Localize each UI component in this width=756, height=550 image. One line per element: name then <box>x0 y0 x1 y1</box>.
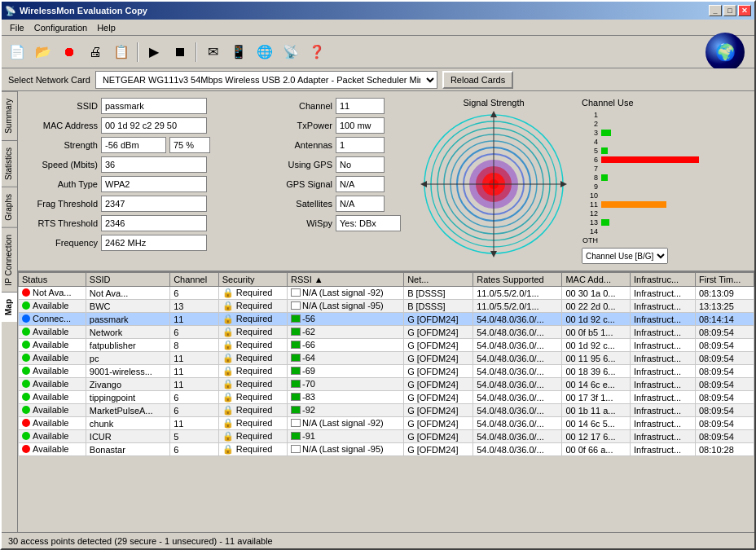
play-button[interactable]: ▶ <box>142 40 166 64</box>
signal-title: Signal Strength <box>463 98 524 108</box>
table-row[interactable]: Available Bonastar 6 🔒 Required N/A (Las… <box>19 443 754 456</box>
table-row[interactable]: Available tippingpoint 6 🔒 Required -83 … <box>19 391 754 404</box>
col-security[interactable]: Security <box>218 273 287 287</box>
strength-input[interactable] <box>101 137 166 153</box>
web-button[interactable]: 🌐 <box>253 40 277 64</box>
record-button[interactable]: ⏺ <box>57 40 81 64</box>
table-row[interactable]: Available fatpublisher 8 🔒 Required -66 … <box>19 339 754 352</box>
help-button[interactable]: ❓ <box>305 40 329 64</box>
network-card-select[interactable]: NETGEAR WG111v3 54Mbps Wireless USB 2.0 … <box>95 71 437 89</box>
cell-ssid: Network <box>86 326 169 339</box>
cell-time: 08:14:14 <box>696 313 754 326</box>
cell-mac: 00 11 95 6... <box>562 352 631 365</box>
col-rates[interactable]: Rates Supported <box>473 273 562 287</box>
channel-row-OTH: OTH <box>582 236 745 244</box>
table-row[interactable]: Not Ava... Not Ava... 6 🔒 Required N/A (… <box>19 287 754 300</box>
channel-num-1: 1 <box>582 111 598 119</box>
col-ssid[interactable]: SSID <box>86 273 169 287</box>
table-row[interactable]: Available chunk 11 🔒 Required N/A (Last … <box>19 417 754 430</box>
frag-input[interactable] <box>101 196 207 212</box>
gpssignal-input[interactable] <box>336 176 385 192</box>
wireless-button[interactable]: 📡 <box>279 40 303 64</box>
wispy-input[interactable] <box>336 215 401 231</box>
tab-ip-connection[interactable]: IP Connection <box>2 227 17 293</box>
reload-cards-button[interactable]: Reload Cards <box>442 71 513 89</box>
cell-infra: Infrastruct... <box>631 417 696 430</box>
table-row[interactable]: Available BWC 13 🔒 Required N/A (Last si… <box>19 300 754 313</box>
gps-input[interactable] <box>336 156 385 173</box>
channel-bar-container-14 <box>601 228 745 235</box>
cell-channel: 6 <box>170 326 219 339</box>
txpower-input[interactable] <box>336 117 385 134</box>
ssid-label: SSID <box>24 101 98 111</box>
freq-input[interactable] <box>101 235 207 251</box>
menu-file[interactable]: File <box>5 21 29 34</box>
open-button[interactable]: 📂 <box>31 40 55 64</box>
col-time[interactable]: First Tim... <box>696 273 754 287</box>
new-button[interactable]: 📄 <box>5 40 29 64</box>
cell-channel: 11 <box>170 378 219 391</box>
table-row[interactable]: Available pc 11 🔒 Required -64 G [OFDM24… <box>19 352 754 365</box>
table-wrapper[interactable]: Status SSID Channel Security RSSI ▲ Net.… <box>18 272 754 532</box>
minimize-button[interactable]: _ <box>709 5 722 16</box>
email-button[interactable]: ✉ <box>200 40 225 64</box>
table-row[interactable]: Available ICUR 5 🔒 Required -91 G [OFDM2… <box>19 430 754 443</box>
stop-button[interactable]: ⏹ <box>168 40 192 64</box>
speed-input[interactable] <box>101 156 207 173</box>
rts-input[interactable] <box>101 215 207 231</box>
cell-channel: 5 <box>170 430 219 443</box>
strength-pct-input[interactable] <box>169 137 210 153</box>
table-row[interactable]: Available Network 6 🔒 Required -62 G [OF… <box>19 326 754 339</box>
content-area: SSID MAC Address Strength Speed (Mbits) <box>18 91 754 532</box>
channel-input[interactable] <box>336 98 385 114</box>
close-button[interactable]: ✕ <box>738 5 751 16</box>
cell-infra: Infrastruct... <box>631 300 696 313</box>
cell-security: 🔒 Required <box>218 404 287 417</box>
channel-bar-container-11 <box>601 201 745 208</box>
cell-ssid: Not Ava... <box>86 287 169 300</box>
antennas-input[interactable] <box>336 137 385 153</box>
table-row[interactable]: Available 9001-wireless... 11 🔒 Required… <box>19 365 754 378</box>
table-row[interactable]: Available Zivango 11 🔒 Required -70 G [O… <box>19 378 754 391</box>
menu-help[interactable]: Help <box>92 21 121 34</box>
ssid-input[interactable] <box>101 98 207 114</box>
satellites-input[interactable] <box>336 196 385 212</box>
channel-row-6: 6 <box>582 156 745 164</box>
strength-label: Strength <box>24 140 98 150</box>
channel-bars: 1234567891011121314OTH <box>582 111 748 244</box>
menu-configuration[interactable]: Configuration <box>29 21 92 34</box>
tab-map[interactable]: Map <box>2 292 17 322</box>
channel-num-7: 7 <box>582 165 598 173</box>
cell-infra: Infrastruct... <box>631 339 696 352</box>
auth-input[interactable] <box>101 176 207 192</box>
tab-graphs[interactable]: Graphs <box>2 187 17 227</box>
tab-statistics[interactable]: Statistics <box>2 140 17 187</box>
cell-infra: Infrastruct... <box>631 326 696 339</box>
phone-button[interactable]: 📱 <box>226 40 251 64</box>
channel-num-13: 13 <box>582 218 598 227</box>
table-row[interactable]: Connec... passmark 11 🔒 Required -56 G [… <box>19 313 754 326</box>
cell-time: 08:13:09 <box>696 287 754 300</box>
table-row[interactable]: Available MarketPulseA... 6 🔒 Required -… <box>19 404 754 417</box>
cell-security: 🔒 Required <box>218 339 287 352</box>
cell-time: 13:13:25 <box>696 300 754 313</box>
tab-summary[interactable]: Summary <box>2 91 17 140</box>
col-rssi[interactable]: RSSI ▲ <box>288 273 404 287</box>
cell-security: 🔒 Required <box>218 430 287 443</box>
cell-mac: 00 14 6c 5... <box>562 417 631 430</box>
copy-button[interactable]: 📋 <box>109 40 134 64</box>
mac-input[interactable] <box>101 117 207 134</box>
maximize-button[interactable]: □ <box>723 5 736 16</box>
cell-rates: 54.0/48.0/36.0/... <box>473 378 562 391</box>
col-status[interactable]: Status <box>19 273 86 287</box>
cell-rates: 54.0/48.0/36.0/... <box>473 352 562 365</box>
channel-use-select[interactable]: Channel Use [B/G] <box>582 248 668 264</box>
col-mac[interactable]: MAC Add... <box>562 273 631 287</box>
print-button[interactable]: 🖨 <box>83 40 108 64</box>
col-net[interactable]: Net... <box>404 273 473 287</box>
channel-bar-container-13 <box>601 219 745 226</box>
channel-row-13: 13 <box>582 218 745 227</box>
col-channel[interactable]: Channel <box>170 273 219 287</box>
rts-label: RTS Threshold <box>24 218 98 228</box>
col-infra[interactable]: Infrastruc... <box>631 273 696 287</box>
